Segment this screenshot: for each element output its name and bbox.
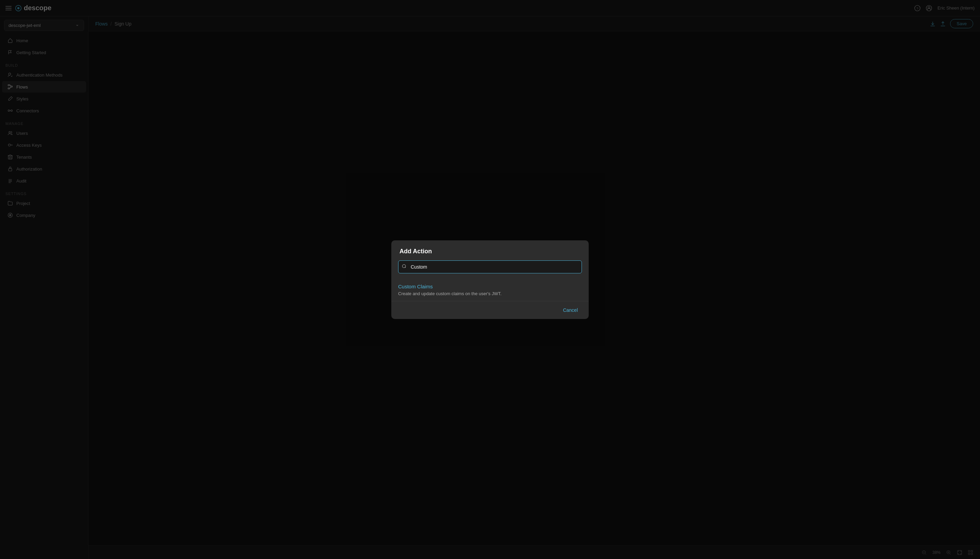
result-custom-claims[interactable]: Custom Claims Create and update custom c…	[398, 279, 582, 301]
modal-results: Custom Claims Create and update custom c…	[391, 279, 589, 301]
custom-claims-desc: Create and update custom claims on the u…	[398, 291, 582, 296]
search-field-wrap	[398, 260, 582, 273]
modal-footer: Cancel	[391, 301, 589, 319]
modal-title: Add Action	[399, 248, 581, 255]
custom-claims-title: Custom Claims	[398, 284, 582, 289]
modal-header: Add Action	[391, 240, 589, 260]
modal-search-wrap	[391, 260, 589, 279]
cancel-button[interactable]: Cancel	[560, 306, 581, 314]
action-search-input[interactable]	[398, 260, 582, 273]
search-icon	[401, 263, 407, 270]
add-action-modal: Add Action Custom Claims Create and upda…	[391, 240, 589, 319]
modal-overlay: Add Action Custom Claims Create and upda…	[0, 0, 980, 559]
